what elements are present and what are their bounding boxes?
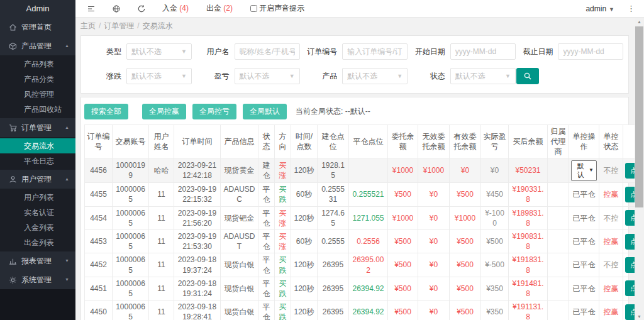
chevron-down-icon: ▼ bbox=[65, 270, 69, 289]
search-button[interactable] bbox=[516, 68, 539, 84]
table-row: 445010000065112023-09-18 19:28:41现货白银平仓买… bbox=[85, 301, 644, 320]
cell-valid_entrust: ¥500 bbox=[450, 253, 481, 277]
type-select[interactable]: 默认不选▼ bbox=[126, 43, 192, 60]
sidebar-item-product-category[interactable]: 产品分类 bbox=[0, 72, 75, 87]
filter-product-label: 产品 bbox=[301, 71, 337, 82]
cell-after_balance: ¥191831.8 bbox=[509, 253, 548, 277]
filter-orderno-label: 订单编号 bbox=[301, 47, 337, 57]
cell-status: 平仓 bbox=[258, 230, 275, 253]
status-select[interactable]: 默认不选▼ bbox=[450, 68, 516, 84]
scrollbar-thumb[interactable] bbox=[635, 26, 643, 207]
updown-select[interactable]: 默认不选▼ bbox=[126, 68, 192, 84]
scroll-down-icon[interactable]: ▼ bbox=[635, 314, 644, 319]
refresh-icon[interactable] bbox=[137, 4, 146, 13]
sidebar-item-deposit-list[interactable]: 入金列表 bbox=[0, 220, 75, 235]
global-lose-button[interactable]: 全局控亏 bbox=[192, 104, 236, 119]
vertical-scrollbar[interactable]: ▲ ▼ bbox=[635, 18, 644, 320]
sidebar-item-product-list[interactable]: 产品列表 bbox=[0, 57, 75, 72]
cell-duration: 120秒 bbox=[291, 206, 318, 229]
column-header: 订单编号 bbox=[85, 125, 113, 159]
sidebar-item-close-log[interactable]: 平仓日志 bbox=[0, 153, 75, 168]
sidebar-item-risk-control[interactable]: 风控管理 bbox=[0, 87, 75, 102]
cell-direction: 买跌 bbox=[275, 301, 291, 320]
filter-status-label: 状态 bbox=[409, 71, 445, 82]
single-control-select[interactable]: 默认▼ bbox=[571, 160, 597, 182]
cell-product: ADAUSDC bbox=[221, 183, 258, 206]
cell-close_point: 26394.92 bbox=[349, 277, 388, 300]
filter-username-label: 用户名 bbox=[193, 47, 230, 57]
username-input[interactable] bbox=[235, 43, 300, 60]
cell-entrust: ¥500 bbox=[388, 183, 418, 206]
global-default-button[interactable]: 全局默认 bbox=[243, 104, 287, 119]
cell-account: 10000065 bbox=[113, 183, 149, 206]
breadcrumb-orders[interactable]: 订单管理 bbox=[104, 21, 134, 30]
cell-valid_entrust: ¥1000 bbox=[450, 206, 481, 229]
cell-profit: ¥-1000 bbox=[481, 206, 509, 229]
end-date-input[interactable] bbox=[558, 43, 623, 60]
sidebar-group-users[interactable]: 用户管理 ▲ bbox=[0, 170, 75, 189]
cell-product: 现货黄金 bbox=[221, 158, 258, 183]
sidebar-item-user-list[interactable]: 用户列表 bbox=[0, 190, 75, 205]
deposit-link[interactable]: 入金 (4) bbox=[162, 3, 189, 14]
sidebar-group-reports[interactable]: 报表管理 ▼ bbox=[0, 251, 75, 270]
sidebar-item-real-name[interactable]: 实名认证 bbox=[0, 205, 75, 220]
cell-order_time: 2023-09-18 19:28:41 bbox=[174, 301, 221, 320]
profit-select[interactable]: 默认不选▼ bbox=[235, 68, 300, 84]
cell-valid_entrust: ¥500 bbox=[450, 301, 481, 320]
cell-open_point: 26395 bbox=[318, 301, 349, 320]
sidebar-group-label: 订单管理 bbox=[21, 118, 52, 137]
cell-control_op: 已平仓 bbox=[569, 183, 599, 206]
more-options-icon[interactable]: ⋮ bbox=[627, 4, 635, 13]
sidebar-item-withdraw-list[interactable]: 出金列表 bbox=[0, 235, 75, 250]
cell-entrust: ¥500 bbox=[388, 230, 418, 253]
order-no-input[interactable] bbox=[342, 43, 408, 60]
submenu-products: 产品列表 产品分类 风控管理 产品回收站 bbox=[0, 55, 75, 118]
cell-direction: 买跌 bbox=[275, 253, 291, 277]
sidebar-group-system[interactable]: 系统管理 ▼ bbox=[0, 270, 75, 289]
withdraw-link[interactable]: 出金 (2) bbox=[206, 3, 233, 14]
global-win-button[interactable]: 全局控赢 bbox=[142, 104, 186, 119]
globe-icon[interactable] bbox=[112, 4, 121, 13]
cell-close_point: 26394.92 bbox=[349, 301, 388, 320]
cell-entrust: ¥500 bbox=[388, 277, 418, 300]
search-all-button[interactable]: 搜索全部 bbox=[84, 104, 128, 119]
column-header: 归属代理商 bbox=[548, 125, 569, 159]
sidebar-item-dashboard[interactable]: 管理首页 bbox=[0, 18, 75, 36]
cell-entrust: ¥1000 bbox=[388, 158, 418, 183]
sidebar-group-label: 用户管理 bbox=[21, 170, 52, 189]
cell-control_op: 已平仓 bbox=[569, 253, 599, 277]
cell-open_point: 0.2555 bbox=[318, 230, 349, 253]
user-menu[interactable]: admin▼ bbox=[586, 4, 614, 13]
filter-profit-label: 盈亏 bbox=[193, 71, 230, 82]
sidebar-group-orders[interactable]: 订单管理 ▲ bbox=[0, 118, 75, 137]
cell-status: 平仓 bbox=[258, 277, 275, 300]
breadcrumb-home[interactable]: 主页 bbox=[80, 21, 96, 30]
product-select[interactable]: 默认不选▼ bbox=[342, 68, 408, 84]
sidebar-item-trade-flow[interactable]: 交易流水 bbox=[0, 138, 75, 153]
sidebar-item-label: 管理首页 bbox=[21, 18, 52, 36]
cell-close_point: 0.255521 bbox=[349, 183, 388, 206]
cell-direction: 买跌 bbox=[275, 183, 291, 206]
cell-invalid_entrust: ¥1000 bbox=[418, 158, 450, 183]
column-header: 无效委托余额 bbox=[418, 125, 450, 159]
cell-entrust: ¥500 bbox=[388, 301, 418, 320]
collapse-sidebar-icon[interactable] bbox=[87, 4, 96, 13]
sidebar-item-product-recycle[interactable]: 产品回收站 bbox=[0, 102, 75, 117]
cell-open_point: 26395 bbox=[318, 277, 349, 300]
app-root: Admin 管理首页 产品管理 ▲ 产品列表 产品分类 风控管理 产品回收站 bbox=[0, 0, 644, 320]
breadcrumb-current: 交易流水 bbox=[143, 21, 173, 30]
sidebar-group-products[interactable]: 产品管理 ▲ bbox=[0, 36, 75, 55]
cell-invalid_entrust: ¥0 bbox=[418, 301, 450, 320]
cell-profit: ¥500 bbox=[481, 230, 509, 253]
sound-alert-toggle[interactable]: 开启声音提示 bbox=[250, 3, 304, 14]
chevron-down-icon: ▼ bbox=[289, 73, 295, 79]
global-status-text: 当前全局状态: --默认-- bbox=[296, 106, 370, 117]
cell-control_status: 不控 bbox=[599, 158, 623, 183]
filter-type-label: 类型 bbox=[85, 47, 121, 57]
cell-control_op: 默认▼ bbox=[569, 158, 599, 183]
cell-order_no: 4454 bbox=[85, 206, 113, 229]
sound-alert-checkbox[interactable] bbox=[250, 5, 257, 12]
start-date-input[interactable] bbox=[450, 43, 516, 60]
scroll-up-icon[interactable]: ▲ bbox=[635, 19, 644, 24]
cell-duration: 60秒 bbox=[291, 183, 318, 206]
